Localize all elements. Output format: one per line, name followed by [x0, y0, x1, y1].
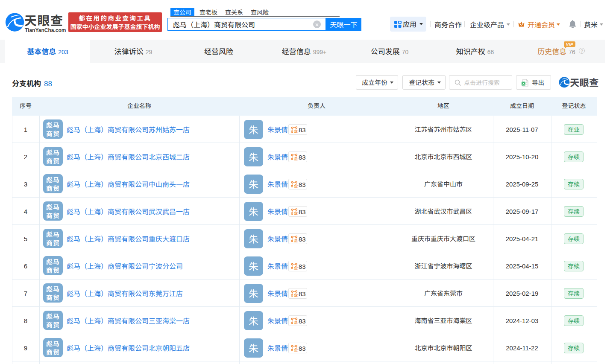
svg-text:企: 企: [294, 320, 298, 324]
svg-text:企: 企: [294, 347, 298, 352]
svg-text:企: 企: [294, 238, 298, 242]
svg-text:企: 企: [294, 292, 298, 297]
svg-text:企: 企: [294, 265, 298, 270]
svg-text:企: 企: [294, 156, 298, 160]
svg-text:企: 企: [294, 128, 298, 133]
svg-text:企: 企: [294, 210, 298, 215]
svg-text:企: 企: [294, 183, 298, 188]
